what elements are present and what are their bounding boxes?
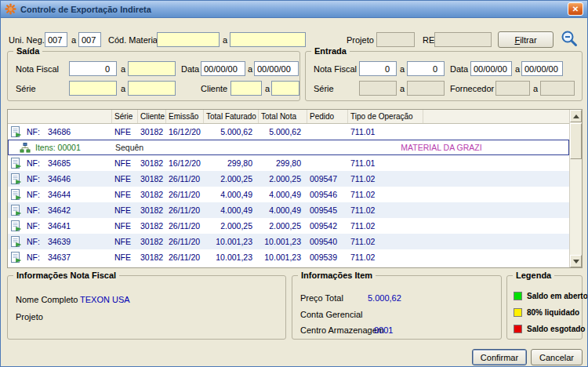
serie-cell: NFE (112, 253, 138, 262)
range-separator-label: a (121, 84, 125, 93)
range-separator-label: a (121, 64, 125, 74)
cancelar-button-label: Cancelar (532, 353, 582, 362)
grid-scrollbar[interactable] (569, 110, 582, 267)
saida-nota-fiscal-from-input[interactable] (69, 61, 117, 76)
nf-label: NF: (27, 174, 40, 184)
table-row[interactable]: NF:34685NFE3018216/12/20299,80299,80711.… (8, 155, 569, 171)
dialog-controle-exportacao-indireta: Controle de Exportação Indireta ✕ Uni. N… (0, 0, 588, 367)
saida-data-from-input[interactable] (201, 61, 245, 76)
saida-serie-to-input[interactable] (128, 81, 176, 96)
saida-nota-fiscal-to-input[interactable] (128, 61, 176, 76)
saida-cliente-to-input[interactable] (271, 81, 299, 96)
items-count-label: Itens: 00001 (35, 143, 81, 152)
total-nota-cell: 10.001,23 (259, 237, 307, 246)
cliente-cell: 30182 (138, 221, 166, 231)
nf-label: NF: (27, 205, 40, 215)
total-nota-cell: 10.001,23 (259, 253, 307, 262)
cliente-cell: 30182 (138, 158, 166, 168)
uni-neg-to-input[interactable] (78, 32, 101, 47)
uni-neg-label: Uni. Neg. (9, 35, 45, 45)
col-total-faturado[interactable]: Total Faturado (204, 110, 259, 123)
preco-total-value: 5.000,62 (368, 293, 401, 303)
sequencia-label: Sequên (115, 143, 143, 152)
re-input (434, 32, 492, 47)
items-subrow[interactable]: Itens: 00001SequênMATERIAL DA GRAZI (8, 140, 569, 155)
total-nota-cell: 4.000,49 (259, 190, 307, 199)
total-nota-cell: 4.000,49 (259, 205, 307, 215)
nf-cell: NF:34639 (25, 237, 112, 246)
legend-item: Saldo em aberto (514, 292, 588, 300)
projeto-info-label: Projeto (16, 312, 43, 322)
table-row[interactable]: NF:34637NFE3018226/11/2010.001,2310.001,… (8, 249, 569, 265)
uni-neg-from-input[interactable] (45, 32, 67, 47)
total-nota-cell: 2.000,25 (259, 174, 307, 184)
table-row[interactable]: NF:34646NFE3018226/11/202.000,252.000,25… (8, 171, 569, 187)
zoom-icon[interactable] (560, 29, 579, 48)
table-row[interactable]: NF:34686NFE3018216/12/205.000,625.000,62… (8, 124, 569, 140)
total-faturado-cell: 4.000,49 (204, 205, 259, 215)
re-label: RE (423, 35, 434, 45)
titlebar: Controle de Exportação Indireta ✕ (1, 1, 587, 18)
nf-document-icon (8, 189, 25, 200)
col-pedido[interactable]: Pedido (307, 110, 348, 123)
table-row[interactable]: NF:34639NFE3018226/11/2010.001,2310.001,… (8, 234, 569, 249)
entrada-title: Entrada (311, 46, 350, 56)
cliente-cell: 30182 (138, 237, 166, 246)
col-tipo-operacao[interactable]: Tipo de Operação (348, 110, 423, 123)
tipo-operacao-cell: 711.02 (348, 190, 423, 199)
tipo-operacao-cell: 711.02 (348, 205, 423, 215)
nf-number: 34637 (48, 253, 71, 262)
filtrar-button[interactable]: Filtrar (498, 31, 554, 48)
scroll-down-button[interactable] (570, 255, 582, 267)
pedido-cell: 009547 (307, 174, 348, 184)
range-separator-label: a (223, 35, 227, 45)
col-total-nota[interactable]: Total Nota (259, 110, 307, 123)
nf-cell: NF:34641 (25, 221, 112, 231)
col-cliente[interactable]: Cliente (138, 110, 166, 123)
cancelar-button[interactable]: Cancelar (531, 349, 583, 365)
saida-serie-from-input[interactable] (69, 81, 117, 96)
col-serie[interactable]: Série (112, 110, 138, 123)
nf-label: NF: (27, 253, 40, 262)
scroll-up-button[interactable] (570, 110, 582, 122)
total-nota-cell: 2.000,25 (259, 221, 307, 231)
pedido-cell: 009546 (307, 190, 348, 199)
entrada-fornecedor-label: Fornecedor (450, 84, 494, 93)
projeto-input (376, 32, 415, 47)
nf-cell: NF:34637 (25, 253, 112, 262)
emissao-cell: 26/11/20 (166, 221, 204, 231)
nf-number: 34685 (48, 158, 71, 168)
saida-data-to-input[interactable] (254, 61, 299, 76)
col-emissao[interactable]: Emissão (166, 110, 204, 123)
nf-document-icon (8, 173, 25, 184)
emissao-cell: 16/12/20 (166, 127, 204, 136)
entrada-group: Entrada Nota Fiscal a Data a Série a For… (305, 51, 583, 101)
cod-material-from-input[interactable] (157, 32, 220, 47)
legend-color-swatch (514, 308, 522, 317)
close-button[interactable]: ✕ (568, 2, 583, 16)
window-title: Controle de Exportação Indireta (20, 5, 564, 14)
entrada-data-from-input[interactable] (470, 61, 512, 76)
serie-cell: NFE (112, 158, 138, 168)
tipo-operacao-cell: 711.02 (348, 253, 423, 262)
pedido-cell: 009545 (307, 205, 348, 215)
entrada-nota-fiscal-to-input[interactable] (407, 61, 445, 76)
total-nota-cell: 5.000,62 (259, 127, 307, 136)
entrada-nota-fiscal-from-input[interactable] (359, 61, 397, 76)
material-name: MATERIAL DA GRAZI (363, 143, 520, 152)
saida-serie-label: Série (16, 84, 36, 93)
emissao-cell: 16/12/20 (166, 158, 204, 168)
saida-nota-fiscal-label: Nota Fiscal (16, 64, 59, 74)
entrada-data-to-input[interactable] (521, 61, 563, 76)
table-row[interactable]: NF:34644NFE3018226/11/204.000,494.000,49… (8, 187, 569, 202)
confirmar-button[interactable]: Confirmar (472, 349, 527, 365)
legend-color-swatch (514, 292, 522, 300)
table-row[interactable]: NF:34642NFE3018226/11/204.000,494.000,49… (8, 202, 569, 218)
scroll-thumb[interactable] (570, 123, 582, 159)
cod-material-to-input[interactable] (230, 32, 306, 47)
confirmar-button-label: Confirmar (473, 353, 526, 362)
legend-item: 80% liquidado (514, 308, 579, 317)
saida-cliente-from-input[interactable] (230, 81, 262, 96)
nf-label: NF: (27, 190, 40, 199)
table-row[interactable]: NF:34641NFE3018226/11/202.000,252.000,25… (8, 218, 569, 234)
